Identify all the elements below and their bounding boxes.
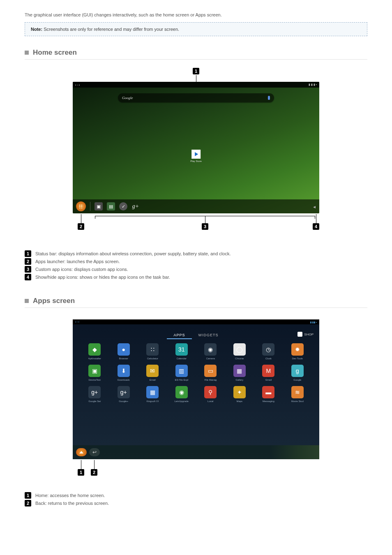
app-item[interactable]: ✹Dev Tools (285, 343, 311, 360)
app-label: Browser (119, 357, 128, 360)
home-button-icon[interactable] (76, 448, 87, 456)
apps-screenshot: ▪ ▫ ▪ ▮ ▮ ▮ ▪ APPS WIDGETS SHOP ◆ApkInst… (73, 319, 319, 459)
app-icon: ▦ (146, 386, 159, 398)
task-bar: ▣ ▤ ✓ g+ (73, 199, 319, 213)
app-label: ApkInstaller (88, 357, 101, 360)
custom-app-3-icon[interactable]: ✓ (119, 202, 127, 210)
app-icon: ● (118, 343, 130, 356)
callout-3: 3 (202, 223, 208, 230)
app-item[interactable]: ⬇Downloads (111, 365, 137, 381)
app-item[interactable]: ▣DeviceTest (82, 365, 108, 381)
app-label: LetvUpgrade (175, 400, 189, 402)
app-label: Email (150, 379, 156, 381)
app-item[interactable]: ◉Camera (198, 343, 224, 360)
app-item[interactable]: ●Browser (111, 343, 137, 360)
tab-widgets[interactable]: WIDGETS (192, 332, 225, 339)
status-bar: ▪ ▫ ▪ ▮ ▮ ▮ ▪ (73, 82, 319, 88)
app-label: Google (293, 379, 301, 381)
app-item[interactable]: ∷Calculator (140, 343, 166, 360)
legend-row: 1Status bar: displays information about … (25, 250, 367, 257)
play-store-shortcut[interactable]: Play Store (190, 150, 202, 162)
app-icon: ▥ (175, 365, 188, 377)
play-icon (191, 150, 201, 159)
home-screenshot: ▪ ▫ ▪ ▮ ▮ ▮ ▪ Google Play Store ▣ ▤ ✓ g+… (73, 82, 319, 213)
app-label: Local (208, 400, 213, 402)
app-item[interactable]: ⚲Local (198, 386, 224, 402)
app-item[interactable]: ▥ES File Expl (169, 365, 195, 381)
callout-2: 2 (91, 469, 97, 476)
custom-app-4-icon[interactable]: g+ (131, 202, 140, 210)
app-label: Kingsoft Of (146, 400, 159, 402)
app-label: Gallery (235, 379, 243, 381)
app-item[interactable]: g+Google+ (111, 386, 137, 402)
app-label: Gmail (265, 379, 272, 381)
section-heading-home: Home screen (25, 49, 367, 60)
app-icon: ✦ (233, 386, 246, 398)
nav-bar: ↩ (73, 445, 319, 459)
app-icon: 31 (175, 343, 188, 356)
app-label: Dev Tools (292, 357, 303, 360)
section-heading-apps: Apps screen (25, 297, 367, 308)
app-icon: ≋ (291, 386, 304, 398)
app-icon: ▭ (204, 365, 217, 377)
app-item[interactable]: ◯Chrome (227, 343, 253, 360)
app-item[interactable]: ◷Clock (256, 343, 281, 360)
custom-app-1-icon[interactable]: ▣ (95, 202, 103, 210)
play-label: Play Store (190, 160, 202, 162)
note-label: Note: (31, 27, 42, 32)
app-icon: ∷ (146, 343, 159, 356)
custom-app-2-icon[interactable]: ▤ (107, 202, 115, 210)
home-heading: Home screen (33, 49, 77, 57)
app-label: ES File Expl (175, 379, 188, 381)
app-item[interactable]: MGmail (256, 365, 281, 381)
status-right-icons: ▮ ▮ ▮ ▪ (310, 321, 317, 324)
search-label: Google (122, 96, 133, 100)
apps-legend: 1Home: accesses the home screen. 2Back: … (25, 492, 367, 506)
app-label: Google+ (119, 400, 128, 402)
hide-arrow-icon[interactable]: ◂ (311, 204, 318, 210)
app-label: Calendar (177, 357, 187, 360)
app-item[interactable]: ✉Email (140, 365, 166, 381)
back-button-icon[interactable]: ↩ (89, 448, 100, 456)
app-icon: g+ (118, 386, 130, 398)
app-item[interactable]: ≋Movie Stud (285, 386, 311, 402)
app-icon: ◯ (233, 343, 246, 356)
shop-bag-icon (297, 332, 302, 337)
app-icon: ◉ (204, 343, 217, 356)
shop-link[interactable]: SHOP (297, 332, 314, 337)
app-icon: ◆ (88, 343, 101, 356)
app-item[interactable]: gGoogle (285, 365, 311, 381)
app-icon: ⬇ (118, 365, 130, 377)
legend-row: 2Apps launcher: launches the Apps screen… (25, 258, 367, 265)
callout-2: 2 (78, 223, 84, 230)
home-figure: 1 ▪ ▫ ▪ ▮ ▮ ▮ ▪ Google Play Store ▣ ▤ ✓ (73, 71, 319, 238)
callout-1: 1 (78, 469, 84, 476)
app-label: Camera (206, 357, 215, 360)
app-item[interactable]: 31Calendar (169, 343, 195, 360)
search-bar[interactable]: Google (118, 93, 274, 102)
home-legend: 1Status bar: displays information about … (25, 250, 367, 280)
apps-grid: ◆ApkInstaller●Browser∷Calculator31Calend… (82, 343, 310, 402)
app-label: Google Set (88, 400, 101, 402)
legend-row: 1Home: accesses the home screen. (25, 492, 367, 499)
app-item[interactable]: ▭File Manag (198, 365, 224, 381)
bullet-square-icon (25, 299, 29, 303)
legend-row: 4Show/hide app icons: shows or hides the… (25, 274, 367, 280)
mic-icon[interactable] (268, 96, 270, 100)
app-icon: ▦ (233, 365, 246, 377)
tabs: APPS WIDGETS (73, 332, 319, 339)
app-label: Calculator (147, 357, 158, 360)
tab-apps[interactable]: APPS (167, 332, 191, 339)
app-icon: ⚲ (204, 386, 217, 398)
app-item[interactable]: g+Google Set (82, 386, 108, 402)
app-item[interactable]: ▬Messaging (256, 386, 281, 402)
app-item[interactable]: ▦Gallery (227, 365, 253, 381)
app-item[interactable]: ▦Kingsoft Of (140, 386, 166, 402)
app-item[interactable]: ✦Maps (227, 386, 253, 402)
app-item[interactable]: ◆ApkInstaller (82, 343, 108, 360)
divider (90, 202, 90, 211)
app-item[interactable]: ◉LetvUpgrade (169, 386, 195, 402)
apps-launcher-icon[interactable] (76, 201, 86, 211)
app-icon: g+ (88, 386, 101, 398)
apps-heading: Apps screen (33, 297, 75, 305)
